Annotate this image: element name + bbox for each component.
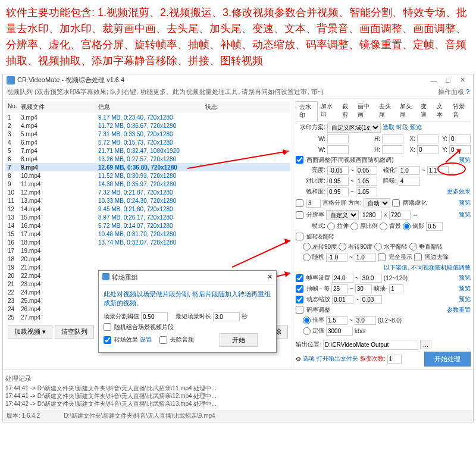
contrast-min[interactable] [327, 177, 349, 186]
close-button[interactable]: ✕ [455, 76, 469, 84]
options-link[interactable]: 选项 [303, 355, 315, 363]
tab-item[interactable]: 裁剪 [339, 101, 355, 121]
tab-item[interactable]: 背景音 [450, 101, 471, 121]
browse-button[interactable]: ... [420, 340, 431, 349]
rotate-left-radio[interactable] [303, 243, 311, 250]
tab-item[interactable]: 文本 [434, 101, 450, 121]
load-video-button[interactable]: 加载视频 ▾ [8, 325, 52, 339]
drop-frame-checkbox[interactable] [296, 285, 303, 293]
tab-item[interactable]: 去头尾 [376, 101, 397, 121]
table-row[interactable]: 1214.mp49.45 MB, 0:21.60, 720x1280 [5, 205, 290, 213]
black-border-checkbox[interactable] [414, 253, 422, 261]
random-max-input[interactable] [355, 253, 376, 262]
contrast-max[interactable] [356, 177, 377, 186]
sharpness-max[interactable] [427, 166, 449, 175]
remove-audio-checkbox[interactable] [159, 336, 167, 344]
dialog-start-button[interactable]: 开始 [220, 333, 258, 347]
rotate-checkbox[interactable] [296, 233, 303, 240]
grid-dir-select[interactable]: 自动 [364, 198, 390, 208]
drop-min-input[interactable] [331, 284, 348, 293]
flip-h-radio[interactable] [374, 243, 382, 250]
sharpness-min[interactable] [399, 166, 420, 175]
res-h-input[interactable] [389, 211, 411, 220]
bitrate-fixed-input[interactable] [326, 327, 353, 336]
gamma-val[interactable] [399, 177, 420, 186]
zoom-max-input[interactable] [361, 295, 382, 304]
brightness-min[interactable] [327, 166, 349, 175]
brightness-max[interactable] [356, 166, 377, 175]
grid-val-input[interactable] [306, 199, 321, 208]
table-row[interactable]: 1416.mp45.72 MB, 0:14.07, 720x1280 [5, 221, 290, 230]
dialog-close-button[interactable]: ✕ [267, 273, 273, 282]
preview-link-5[interactable]: 预览 [459, 274, 471, 282]
preview-link-6[interactable]: 预览 [459, 284, 471, 293]
random-min-input[interactable] [326, 253, 347, 262]
tab-item[interactable]: 加头尾 [397, 101, 418, 121]
keep-ratio-radio[interactable] [350, 223, 358, 230]
bitrate-checkbox[interactable] [296, 306, 303, 314]
open-output-link[interactable]: 打开输出文件夹 [317, 355, 358, 363]
table-row[interactable]: 810.mp411.52 MB, 0:30.93, 720x1280 [5, 171, 290, 180]
split-threshold-input[interactable] [141, 312, 168, 321]
background-radio[interactable] [380, 223, 387, 230]
x1-input[interactable] [417, 134, 439, 143]
resolution-checkbox[interactable] [296, 211, 303, 219]
side-val-input[interactable] [426, 222, 443, 231]
fps-max-input[interactable] [361, 274, 382, 283]
resolution-select[interactable]: 自定义 [326, 210, 359, 220]
table-row[interactable]: 35.mp47.31 MB, 0:33.50, 720x1280 [5, 130, 290, 138]
grid-checkbox[interactable] [296, 199, 303, 207]
random-rot-radio[interactable] [303, 253, 311, 261]
rotate-right-radio[interactable] [339, 243, 346, 250]
table-row[interactable]: 13.mp49.17 MB, 0:23.40, 720x1280 [5, 113, 290, 121]
drop-val-input[interactable] [389, 284, 403, 293]
help-link[interactable]: ? [466, 88, 469, 95]
maximize-button[interactable]: □ [441, 77, 455, 84]
fps-min-input[interactable] [332, 274, 353, 283]
res-w-input[interactable] [361, 211, 382, 220]
y1-input[interactable] [449, 134, 471, 143]
swap-wh-button[interactable]: ↔ [412, 212, 418, 218]
zoom-checkbox[interactable] [296, 296, 303, 303]
stretch-radio[interactable] [327, 223, 335, 230]
preview-link-1[interactable]: 预览 [410, 123, 422, 131]
x2-input[interactable] [417, 145, 439, 154]
flip-v-radio[interactable] [409, 243, 417, 250]
full-show-checkbox[interactable] [378, 253, 386, 261]
table-row[interactable]: 68.mp413.26 MB, 0:27.57, 720x1280 [5, 155, 290, 163]
drop-max-input[interactable] [355, 284, 372, 293]
adjust-checkbox[interactable] [296, 156, 303, 164]
bitrate-fixed-radio[interactable] [303, 327, 311, 335]
table-row[interactable]: 911.mp414.30 MB, 0:35.97, 720x1280 [5, 180, 290, 188]
h2-input[interactable] [382, 145, 403, 154]
table-row[interactable]: 1012.mp47.32 MB, 0:21.87, 720x1280 [5, 188, 290, 196]
h1-input[interactable] [382, 134, 403, 143]
table-row[interactable]: 46.mp45.72 MB, 0:15.73, 720x1280 [5, 138, 290, 146]
preview-link-4[interactable]: 预览 [459, 211, 471, 219]
delete-link[interactable]: 时段 [396, 123, 408, 131]
tab-item[interactable]: 加水印 [318, 101, 339, 121]
start-process-button[interactable]: 开始处理 [424, 352, 471, 367]
split-count-input[interactable] [387, 355, 402, 364]
fps-checkbox[interactable] [296, 274, 303, 282]
saturation-min[interactable] [327, 187, 349, 196]
table-row[interactable]: 1517.mp410.48 MB, 0:31.70, 720x1280 [5, 230, 290, 238]
min-duration-input[interactable] [213, 312, 240, 321]
table-row[interactable]: 1820.mp4 [5, 255, 290, 263]
tab-item[interactable]: 画中画 [355, 101, 375, 121]
param-reset-link[interactable]: 参数重置 [447, 306, 471, 314]
random-combine-checkbox[interactable] [104, 323, 111, 331]
w1-input[interactable] [327, 134, 349, 143]
table-row[interactable]: 57.mp421.71 MB, 0:32.47, 1080x1920 [5, 146, 290, 155]
saturation-max[interactable] [356, 187, 377, 196]
tab-item[interactable]: 变速 [418, 101, 434, 121]
transition-settings-link[interactable]: 设置 [140, 336, 152, 344]
more-effects-link[interactable]: 更多效果 [447, 187, 471, 196]
tab-item[interactable]: 去水印 [296, 101, 318, 121]
both-blur-checkbox[interactable] [392, 199, 400, 207]
bitrate-mult-min[interactable] [326, 316, 347, 325]
preview-link-7[interactable]: 预览 [459, 295, 471, 303]
preview-link-3[interactable]: 预览 [459, 199, 471, 207]
w2-input[interactable] [327, 145, 349, 154]
table-row[interactable]: 1315.mp48.97 MB, 0:26.17, 720x1280 [5, 213, 290, 221]
